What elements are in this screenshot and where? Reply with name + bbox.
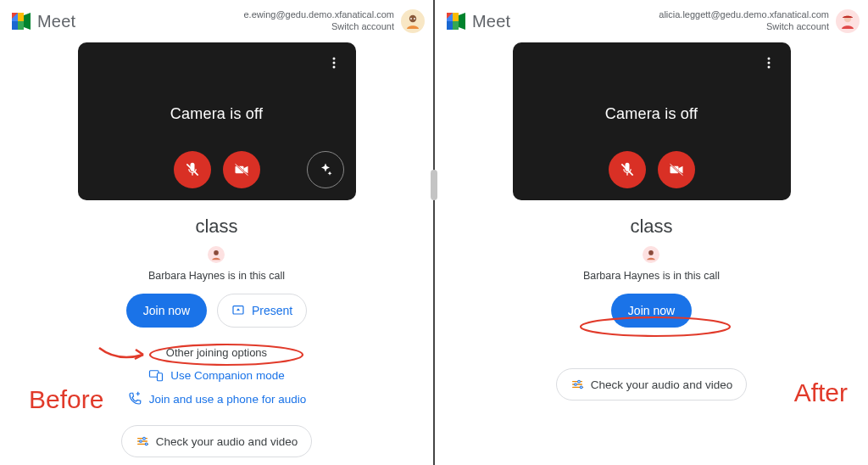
avatar-icon bbox=[210, 249, 222, 261]
svg-point-35 bbox=[767, 66, 770, 69]
other-options-label: Other joining options bbox=[166, 346, 267, 359]
phone-audio-link[interactable]: Join and use a phone for audio bbox=[127, 391, 306, 406]
product-name: Meet bbox=[472, 12, 510, 31]
camera-off-icon bbox=[668, 161, 685, 178]
svg-point-7 bbox=[410, 18, 412, 20]
participant-line: Barbara Haynes is in this call bbox=[583, 270, 720, 282]
participant-avatar bbox=[208, 246, 225, 263]
svg-rect-2 bbox=[18, 13, 24, 21]
more-options-button[interactable] bbox=[757, 51, 781, 75]
present-icon bbox=[231, 304, 245, 317]
join-section: class Barbara Haynes is in this call Joi… bbox=[556, 216, 747, 401]
meeting-title: class bbox=[630, 216, 672, 238]
video-preview: Camera is off bbox=[78, 42, 356, 200]
check-av-label: Check your audio and video bbox=[156, 435, 298, 448]
mic-off-icon bbox=[184, 161, 201, 178]
annotation-before-text: Before bbox=[29, 385, 103, 414]
avatar-icon bbox=[839, 13, 856, 30]
join-now-button[interactable]: Join now bbox=[611, 294, 692, 328]
svg-point-18 bbox=[214, 250, 220, 255]
camera-off-text: Camera is off bbox=[170, 105, 263, 123]
avatar-icon bbox=[404, 13, 421, 30]
participant-line: Barbara Haynes is in this call bbox=[148, 270, 285, 282]
svg-marker-30 bbox=[459, 13, 465, 30]
before-pane: Meet e.ewing@gedu.demo.xfanatical.com Sw… bbox=[0, 0, 434, 465]
avatar-icon bbox=[645, 249, 657, 261]
account-email: alicia.leggett@gedu.demo.xfanatical.com bbox=[659, 9, 829, 21]
svg-point-22 bbox=[142, 437, 145, 440]
meeting-title: class bbox=[195, 216, 237, 238]
camera-off-icon bbox=[233, 161, 250, 178]
meet-logo-icon bbox=[12, 13, 32, 30]
companion-mode-label: Use Companion mode bbox=[170, 369, 284, 382]
mic-toggle-button[interactable] bbox=[174, 151, 211, 188]
camera-toggle-button[interactable] bbox=[223, 151, 260, 188]
svg-rect-29 bbox=[453, 21, 459, 30]
svg-rect-1 bbox=[12, 21, 18, 30]
camera-off-text: Camera is off bbox=[605, 105, 698, 123]
check-av-button[interactable]: Check your audio and video bbox=[556, 368, 747, 401]
avatar[interactable] bbox=[836, 9, 860, 33]
more-vert-icon bbox=[327, 56, 341, 70]
visual-effects-button[interactable] bbox=[307, 151, 344, 188]
annotation-after-text: After bbox=[794, 378, 848, 407]
phone-audio-label: Join and use a phone for audio bbox=[149, 393, 306, 406]
split-divider-handle[interactable] bbox=[431, 170, 437, 200]
camera-toggle-button[interactable] bbox=[658, 151, 695, 188]
more-vert-icon bbox=[762, 56, 776, 70]
svg-rect-21 bbox=[158, 373, 163, 381]
svg-point-23 bbox=[139, 440, 142, 443]
account-text: e.ewing@gedu.demo.xfanatical.com Switch … bbox=[244, 9, 395, 33]
svg-point-8 bbox=[414, 18, 415, 20]
svg-rect-12 bbox=[192, 172, 192, 175]
check-av-button[interactable]: Check your audio and video bbox=[121, 425, 312, 457]
more-options-button[interactable] bbox=[322, 51, 346, 75]
join-section: class Barbara Haynes is in this call Joi… bbox=[121, 216, 312, 457]
product-name: Meet bbox=[37, 12, 75, 31]
meet-logo: Meet bbox=[12, 12, 75, 31]
present-label: Present bbox=[252, 304, 292, 317]
svg-point-24 bbox=[145, 443, 147, 445]
check-av-label: Check your audio and video bbox=[591, 378, 732, 391]
svg-point-43 bbox=[577, 380, 580, 383]
devices-icon bbox=[148, 367, 164, 383]
sparkle-icon bbox=[317, 161, 334, 178]
svg-point-42 bbox=[649, 250, 654, 255]
account-email: e.ewing@gedu.demo.xfanatical.com bbox=[244, 9, 395, 21]
account-text: alicia.leggett@gedu.demo.xfanatical.com … bbox=[659, 9, 829, 33]
preview-controls bbox=[513, 151, 791, 188]
participant-avatar bbox=[643, 246, 659, 263]
header: Meet alicia.leggett@gedu.demo.xfanatical… bbox=[435, 0, 868, 37]
svg-rect-27 bbox=[447, 21, 453, 30]
tune-icon bbox=[136, 434, 149, 448]
after-pane: Meet alicia.leggett@gedu.demo.xfanatical… bbox=[434, 0, 868, 465]
svg-point-45 bbox=[580, 386, 582, 389]
svg-rect-3 bbox=[18, 21, 24, 30]
svg-point-10 bbox=[332, 62, 335, 64]
present-button[interactable]: Present bbox=[217, 294, 307, 328]
switch-account-link[interactable]: Switch account bbox=[659, 21, 829, 33]
meet-logo: Meet bbox=[447, 12, 510, 31]
switch-account-link[interactable]: Switch account bbox=[244, 21, 395, 33]
meet-logo-icon bbox=[447, 13, 467, 30]
svg-marker-4 bbox=[24, 13, 31, 30]
svg-point-33 bbox=[767, 58, 770, 60]
video-preview: Camera is off bbox=[513, 42, 791, 200]
tune-icon bbox=[570, 378, 584, 391]
header: Meet e.ewing@gedu.demo.xfanatical.com Sw… bbox=[0, 0, 433, 37]
svg-point-34 bbox=[767, 62, 770, 64]
svg-point-9 bbox=[332, 58, 335, 60]
phone-icon bbox=[127, 391, 142, 406]
svg-point-44 bbox=[574, 384, 576, 386]
svg-point-11 bbox=[332, 66, 335, 69]
account-switcher[interactable]: e.ewing@gedu.demo.xfanatical.com Switch … bbox=[244, 9, 426, 33]
svg-rect-36 bbox=[626, 172, 627, 175]
mic-toggle-button[interactable] bbox=[609, 151, 646, 188]
account-switcher[interactable]: alicia.leggett@gedu.demo.xfanatical.com … bbox=[659, 9, 860, 33]
svg-point-6 bbox=[409, 15, 416, 22]
companion-mode-link[interactable]: Use Companion mode bbox=[148, 367, 284, 383]
avatar[interactable] bbox=[401, 9, 425, 33]
svg-rect-28 bbox=[453, 13, 459, 21]
join-now-button[interactable]: Join now bbox=[126, 294, 207, 328]
mic-off-icon bbox=[619, 161, 636, 178]
